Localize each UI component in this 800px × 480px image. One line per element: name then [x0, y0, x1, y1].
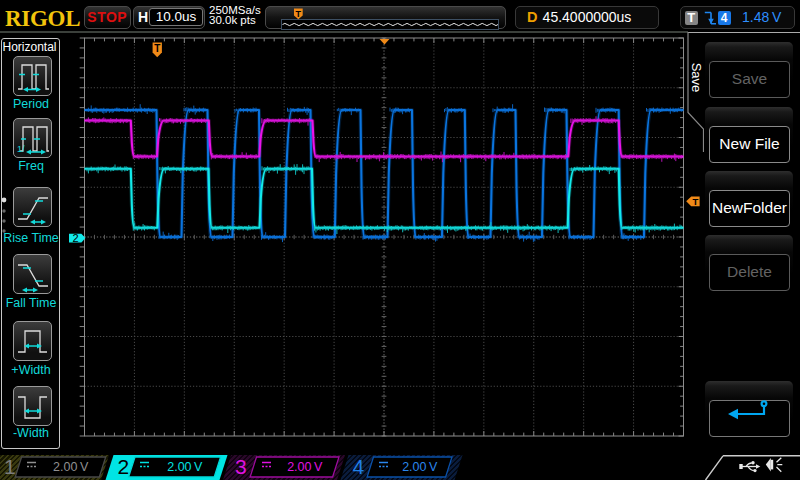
svg-text:T: T [154, 43, 160, 54]
svg-text:T: T [693, 196, 699, 207]
svg-text:2: 2 [72, 232, 78, 244]
